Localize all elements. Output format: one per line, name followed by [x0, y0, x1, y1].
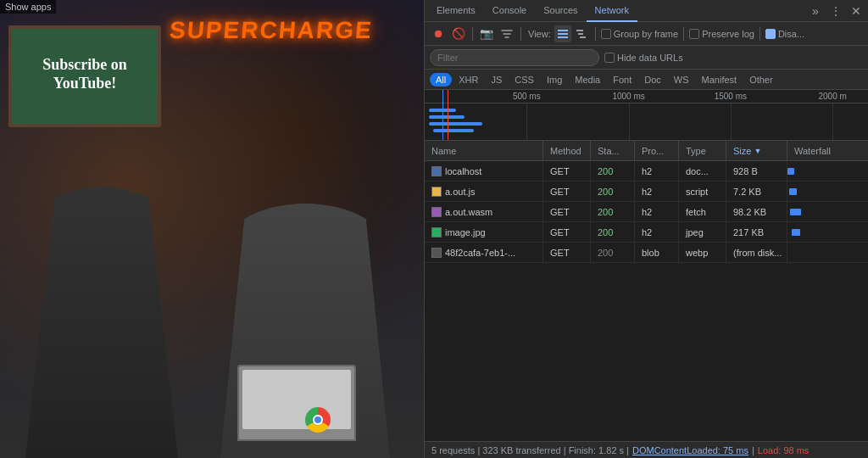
group-by-frame-checkbox[interactable]: Group by frame — [601, 29, 678, 39]
hide-data-urls-label: Hide data URLs — [617, 53, 683, 63]
tl-domcontentloaded-line — [442, 90, 443, 140]
timeline-label-500: 500 ms — [513, 92, 541, 101]
file-icon-fetch — [431, 207, 442, 217]
header-size[interactable]: Size ▼ — [726, 141, 787, 160]
table-header: Name Method Sta... Pro... Type Size ▼ Wa… — [425, 141, 868, 161]
view-list-button[interactable] — [554, 25, 571, 42]
show-apps-button[interactable]: Show apps — [0, 0, 56, 14]
cell-name-48f2: 48f2cafa-7eb1-... — [425, 243, 543, 262]
toolbar-separator-2 — [520, 27, 521, 41]
header-protocol[interactable]: Pro... — [635, 141, 679, 160]
file-icon-blob — [431, 248, 442, 258]
gridline-500 — [526, 103, 527, 140]
gridline-1000 — [629, 103, 630, 140]
type-filter-js[interactable]: JS — [485, 73, 508, 87]
type-filter-xhr[interactable]: XHR — [453, 73, 484, 87]
timeline-label-2000: 2000 m — [818, 92, 846, 101]
cell-method-48f2: GET — [543, 243, 591, 262]
cell-size-localhost: 928 B — [726, 161, 787, 181]
tab-sources[interactable]: Sources — [535, 0, 586, 22]
cell-protocol-aoutjs: h2 — [635, 182, 679, 201]
tab-console[interactable]: Console — [484, 0, 535, 22]
table-row[interactable]: 48f2cafa-7eb1-... GET 200 blob webp (fro… — [425, 243, 868, 263]
type-filter-all[interactable]: All — [430, 73, 452, 87]
chalkboard: Subscribe on YouTube! — [8, 25, 161, 127]
header-status[interactable]: Sta... — [591, 141, 635, 160]
table-row[interactable]: a.out.wasm GET 200 h2 fetch 98.2 KB — [425, 202, 868, 222]
gridline-1500 — [731, 103, 732, 140]
table-row[interactable]: localhost GET 200 h2 doc... 928 B — [425, 161, 868, 182]
type-filter-media[interactable]: Media — [569, 73, 606, 87]
video-panel: Show apps SUPERCHARGE Subscribe on YouTu… — [0, 0, 424, 458]
tabs-overflow: » ⋮ ✕ — [807, 3, 865, 20]
hide-data-urls-option[interactable]: Hide data URLs — [604, 53, 683, 63]
filter-icon[interactable] — [498, 25, 515, 42]
tl-bar-aoutwasm — [429, 122, 482, 126]
type-filter-other[interactable]: Other — [743, 73, 779, 87]
disable-cache-label: Disa... — [778, 29, 804, 39]
cell-name-aoutwasm: a.out.wasm — [425, 202, 543, 221]
table-row[interactable]: image.jpg GET 200 h2 jpeg 217 KB — [425, 222, 868, 243]
wf-bar-aoutwasm — [790, 209, 801, 215]
header-method[interactable]: Method — [543, 141, 591, 160]
header-waterfall[interactable]: Waterfall — [787, 141, 868, 160]
type-filter-ws[interactable]: WS — [668, 73, 695, 87]
cell-name-imagejpg: image.jpg — [425, 222, 543, 242]
preserve-log-label: Preserve log — [702, 29, 754, 39]
devtools-menu-button[interactable]: ⋮ — [827, 3, 844, 20]
cell-waterfall-aoutjs — [787, 182, 868, 201]
view-waterfall-button[interactable] — [573, 25, 590, 42]
close-devtools-button[interactable]: ✕ — [848, 3, 865, 20]
cell-method-aoutwasm: GET — [543, 202, 591, 221]
requests-table: Name Method Sta... Pro... Type Size ▼ Wa… — [425, 141, 868, 441]
type-filter-doc[interactable]: Doc — [638, 73, 667, 87]
header-type[interactable]: Type — [679, 141, 726, 160]
toolbar-separator-1 — [472, 27, 473, 41]
cell-size-imagejpg: 217 KB — [726, 222, 787, 242]
type-filter-manifest[interactable]: Manifest — [696, 73, 743, 87]
cell-size-aoutwasm: 98.2 KB — [726, 202, 787, 221]
tab-network[interactable]: Network — [587, 0, 637, 22]
wf-bar-localhost — [787, 168, 794, 175]
devtools-tab-bar: Elements Console Sources Network » ⋮ ✕ — [425, 0, 868, 22]
preserve-log-checkbox[interactable]: Preserve log — [689, 29, 754, 39]
svg-rect-6 — [558, 36, 568, 38]
cell-size-48f2: (from disk... — [726, 243, 787, 262]
svg-rect-4 — [558, 30, 568, 31]
svg-rect-9 — [580, 36, 586, 38]
cell-type-aoutjs: script — [679, 182, 726, 201]
dom-content-loaded-link[interactable]: DOMContentLoaded: 75 ms — [632, 445, 748, 455]
file-icon-script — [431, 187, 442, 197]
load-text: Load: 98 ms — [758, 445, 810, 455]
timeline-label-1500: 1500 ms — [715, 92, 747, 101]
tab-elements[interactable]: Elements — [428, 0, 484, 22]
type-filter-css[interactable]: CSS — [509, 73, 540, 87]
tl-bar-image — [433, 129, 473, 132]
type-filter-bar: All XHR JS CSS Img Media Font Doc WS Man… — [425, 70, 868, 90]
cell-size-aoutjs: 7.2 KB — [726, 182, 787, 201]
toolbar-separator-4 — [683, 27, 684, 41]
stop-button[interactable]: 🚫 — [450, 25, 467, 42]
toolbar-separator-5 — [760, 27, 760, 41]
tl-bar-aoutjs — [429, 115, 465, 119]
cell-type-aoutwasm: fetch — [679, 202, 726, 221]
disable-cache-checkbox[interactable]: Disa... — [765, 29, 804, 39]
laptop — [237, 365, 356, 441]
type-filter-font[interactable]: Font — [607, 73, 637, 87]
toolbar-separator-3 — [595, 27, 596, 41]
view-toggle-group — [554, 25, 590, 42]
cell-method-aoutjs: GET — [543, 182, 591, 201]
camera-button[interactable]: 📷 — [478, 25, 495, 42]
timeline-area: 500 ms 1000 ms 1500 ms 2000 m — [425, 90, 868, 141]
table-row[interactable]: a.out.js GET 200 h2 script 7.2 KB — [425, 182, 868, 202]
hide-data-urls-cb — [604, 53, 615, 63]
more-tabs-button[interactable]: » — [807, 3, 824, 20]
type-filter-img[interactable]: Img — [541, 73, 568, 87]
filter-input[interactable] — [430, 49, 599, 66]
record-button[interactable]: ⏺ — [430, 25, 447, 42]
svg-rect-5 — [558, 33, 568, 35]
cell-status-imagejpg: 200 — [591, 222, 635, 242]
gridline-2000 — [832, 103, 833, 140]
devtools-panel: Elements Console Sources Network » ⋮ ✕ ⏺… — [424, 0, 868, 458]
header-name[interactable]: Name — [425, 141, 543, 160]
